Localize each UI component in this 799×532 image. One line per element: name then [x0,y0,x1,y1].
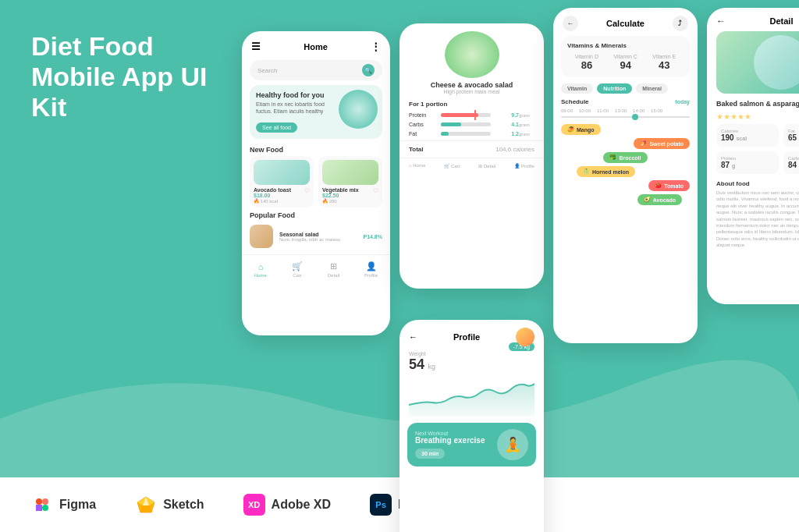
popular-item-0[interactable]: Seasonal salad Nunc fringilla, nibh ac m… [242,222,390,251]
calc-share-btn[interactable]: ⤴ [673,16,688,31]
hero-food-image [339,90,378,129]
schedule-header: Schedule today [561,98,690,105]
tag-broccoli[interactable]: 🥦 Broccoli [603,152,647,163]
tag-tomato[interactable]: 🍅 Tomato [648,180,690,191]
protein-bar-container [441,113,491,117]
bottom-nav: ⌂ Home 🛒 Cart ⊞ Detail 👤 Profile [242,254,390,282]
sketch-icon [135,494,157,516]
food-name: Cheese & avocado salad [400,81,544,89]
tag-sweet-potato[interactable]: 🍠 Sweet potato [634,138,690,149]
food-card-0[interactable]: ♡ Avocado toast $18.00 🔥 140 kcal [250,156,314,207]
weight-unit: kg [428,363,435,371]
more-icon[interactable]: ⋮ [371,41,381,52]
center-column: Cheese & avocado salad High protein main… [400,8,544,532]
screen-nutrition: Cheese & avocado salad High protein main… [400,23,544,289]
workout-time: 30 min [415,449,445,459]
portion-section: For 1 portion Protein 9.7 gram Carbs [400,101,544,137]
tab-nutrition[interactable]: Nutrition [597,83,632,94]
nav-home[interactable]: ⌂ Home [254,262,267,278]
profile-avatar [516,328,534,346]
nav-detail-2[interactable]: ⊞ Detail [478,163,495,168]
heart-icon-0[interactable]: ♡ [304,187,310,194]
tag-horned-melon[interactable]: 🍈 Horned melon [577,166,635,177]
tool-xd: XD Adobe XD [243,494,331,516]
food-grid: ♡ Avocado toast $18.00 🔥 140 kcal ♡ Vege… [242,156,390,207]
workout-card[interactable]: Next Workout Breathing exercise 30 min 🧘 [407,423,536,466]
total-value: 104.6 calories [495,146,534,153]
weight-chart [409,378,534,417]
tag-mango[interactable]: 🥭 Mango [561,124,601,135]
home-header: ☰ Home ⋮ [242,31,390,57]
about-section: About food Duis vestibulum risus nec sem… [707,180,799,249]
tag-avocado[interactable]: 🥑 Avocado [637,194,682,205]
weight-value: 54 [409,356,424,372]
tab-row: Vitamin Nutrition Mineral [553,83,698,98]
nutrient-protein: Protein 9.7 gram [409,112,534,118]
nutrient-carbs: Carbs 4.1 gram [409,122,534,127]
xd-label: Adobe XD [272,498,331,512]
vitamin-e: Vitamin E 43 [652,54,676,71]
xd-icon: XD [243,494,265,516]
calc-header: ← Calculate ⤴ [553,8,698,36]
vitamins-title: Vitamins & Minerals [567,42,684,49]
popular-food-img [250,225,273,248]
figma-icon [31,494,53,516]
popular-food-label: Popular Food [242,207,390,222]
food-top-image [445,31,499,78]
about-text: Duis vestibulum risus nec sem auctor, ci… [716,190,799,249]
about-title: About food [716,180,799,187]
search-bar[interactable]: Search 🔍 [250,60,382,80]
hero-banner: Healthy food for you Etiam in ex nec lob… [250,85,382,139]
heart-icon-1[interactable]: ♡ [373,187,378,194]
detail-back-btn[interactable]: ← [716,16,726,27]
total-row: Total 104.6 calories [400,140,544,158]
nav-home-2[interactable]: ⌂ Home [409,163,425,168]
food-name-0: Avocado toast [254,187,310,193]
see-all-btn[interactable]: See all food [256,122,297,133]
food-price-0: $18.00 [254,193,310,198]
calc-title: Calculate [606,19,645,28]
vitamins-row: Vitamin D 86 Vitamin C 94 Vitamin E 43 [567,54,684,71]
hero-title: Healthy food for you [256,91,334,99]
nav-cart[interactable]: 🛒 Cart [292,261,303,278]
workout-info: Next Workout Breathing exercise 30 min [415,431,485,459]
main-title: Diet Food Mobile App UI Kit [31,31,250,122]
tab-mineral[interactable]: Mineral [636,83,668,94]
detail-header: ← Detail ♡ [707,8,799,31]
tool-figma: Figma [31,494,96,516]
svg-rect-4 [36,505,42,511]
svg-rect-0 [36,498,42,505]
food-img-veggie [322,160,378,185]
workout-image: 🧘 [497,429,528,460]
food-cal-0: 🔥 140 kcal [254,198,310,204]
nav-profile-2[interactable]: 👤 Profile [514,163,534,168]
schedule-items: 🥭 Mango 🍠 Sweet potato 🥦 Broccoli 🍈 Horn… [561,124,690,205]
carbs-bar-container [441,122,491,126]
nutrition-grid: Calories 190 scal Fat 65 g Protein 87 g [707,124,799,180]
popular-name: Seasonal salad [279,232,357,237]
new-food-label: New Food [242,142,390,156]
home-title: Home [304,42,328,51]
nav-profile[interactable]: 👤 Profile [364,261,378,278]
food-card-1[interactable]: ♡ Vegetable mix $22.50 🔥 260 [318,156,382,207]
calc-back-btn[interactable]: ← [563,16,578,31]
search-button[interactable]: 🔍 [362,64,375,76]
nav-cart-2[interactable]: 🛒 Cart [444,163,460,168]
cart-nav-icon: 🛒 [292,261,303,271]
detail-nav-icon: ⊞ [330,261,337,271]
cell-protein: Protein 87 g [716,151,779,174]
popular-info: Seasonal salad Nunc fringilla, nibh ac m… [279,232,357,242]
time-labels: 09:00 10:00 11:00 13:00 14:00 15:00 [561,108,690,113]
sketch-label: Sketch [163,498,204,512]
tab-vitamin[interactable]: Vitamin [561,83,593,94]
menu-icon[interactable]: ☰ [251,41,261,52]
back-icon-profile[interactable]: ← [409,332,417,342]
track-line [561,116,690,118]
profile-payment-col: ← Profile Weight 54 kg -7.5 kg [400,281,544,532]
cell-calories: Calories 190 scal [716,124,779,147]
screen-detail: ← Detail ♡ Baked salmon & asparagus ★★★★… [707,8,799,304]
weight-label: Weight [409,351,534,356]
screens-container: ☰ Home ⋮ Search 🔍 Healthy food for you E… [242,8,791,473]
nav-detail[interactable]: ⊞ Detail [328,261,339,278]
ps-icon: Ps [370,494,392,516]
